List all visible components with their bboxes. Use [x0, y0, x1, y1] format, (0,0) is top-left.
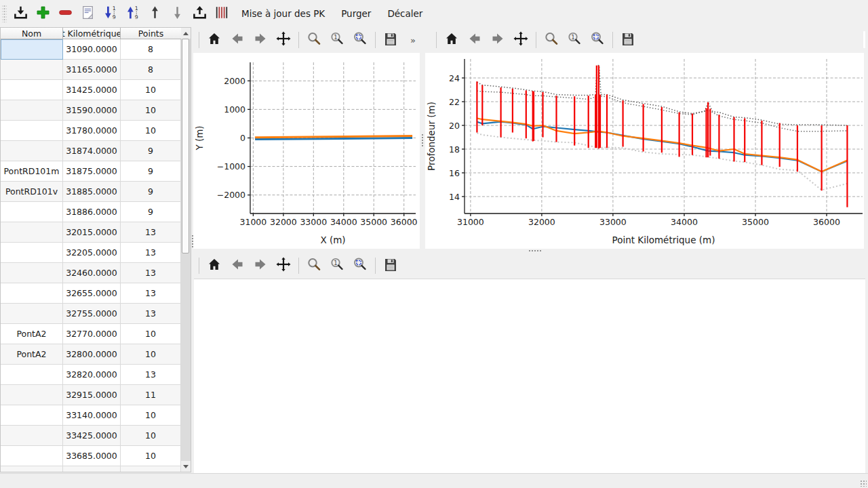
cell-nom[interactable] [1, 39, 63, 60]
cell-pk[interactable]: 31090.0000 [63, 39, 121, 60]
cell-points[interactable]: 8 [121, 60, 181, 80]
cell-points[interactable]: 10 [121, 405, 181, 426]
header-points[interactable]: Points [121, 28, 181, 39]
cell-pk[interactable]: 31885.0000 [63, 182, 121, 202]
cell-pk[interactable]: 33425.0000 [63, 426, 121, 446]
cell-pk[interactable]: 31165.0000 [63, 60, 121, 80]
update-pk-button[interactable]: Mise à jour des PK [234, 3, 332, 24]
scrollbar-thumb[interactable] [182, 39, 189, 253]
sort-ascending-button[interactable]: 19 [122, 3, 143, 24]
move-down-button[interactable] [167, 3, 188, 24]
header-point-kilometrique[interactable]: t Kilométrique [63, 28, 121, 39]
add-row-button[interactable] [33, 3, 54, 24]
cell-nom[interactable] [1, 283, 63, 304]
cell-points[interactable]: 8 [121, 39, 181, 60]
nav-save-button[interactable] [380, 256, 401, 276]
cell-points[interactable]: 10 [121, 446, 181, 466]
cell-points[interactable]: 10 [121, 344, 181, 365]
cell-pk[interactable]: 31590.0000 [63, 100, 121, 121]
cell-nom[interactable]: PontRD101v [1, 182, 63, 202]
cell-pk[interactable]: 31874.0000 [63, 141, 121, 161]
cell-nom[interactable]: PontA2 [1, 324, 63, 344]
cell-nom[interactable] [1, 466, 63, 472]
plots-splitter-handle[interactable] [421, 133, 424, 148]
cell-points[interactable]: 10 [121, 324, 181, 344]
nav-back-button[interactable] [227, 256, 248, 276]
cell-nom[interactable] [1, 141, 63, 161]
cell-nom[interactable] [1, 405, 63, 426]
cell-pk[interactable]: 31886.0000 [63, 202, 121, 222]
resize-grip-icon[interactable] [860, 480, 867, 487]
export-button[interactable] [189, 3, 210, 24]
cell-pk[interactable]: 32755.0000 [63, 304, 121, 324]
cell-pk[interactable]: 32800.0000 [63, 344, 121, 365]
cell-nom[interactable] [1, 222, 63, 243]
cell-pk[interactable]: 31875.0000 [63, 161, 121, 182]
cell-points[interactable]: 13 [121, 263, 181, 283]
cell-points[interactable]: 9 [121, 141, 181, 161]
cell-points[interactable]: 10 [121, 121, 181, 141]
cell-pk[interactable]: 33140.0000 [63, 405, 121, 426]
cell-nom[interactable] [1, 60, 63, 80]
nav-zoom-button[interactable] [541, 30, 561, 50]
nav-forward-button[interactable] [250, 30, 271, 50]
cell-points[interactable]: 9 [121, 161, 181, 182]
move-up-button[interactable] [144, 3, 165, 24]
nav-zoomone-button[interactable]: 1 [327, 30, 347, 50]
new-document-button[interactable] [77, 3, 98, 24]
cell-points[interactable]: 10 [121, 80, 181, 100]
cell-points[interactable]: 9 [121, 202, 181, 222]
cell-points[interactable]: 13 [121, 283, 181, 304]
cell-nom[interactable] [1, 202, 63, 222]
nav-zoomone-button[interactable]: 1 [327, 256, 347, 276]
cell-pk[interactable]: 31780.0000 [63, 121, 121, 141]
cell-points[interactable]: 13 [121, 365, 181, 385]
cell-points[interactable]: 9 [121, 182, 181, 202]
cell-pk[interactable]: 32015.0000 [63, 222, 121, 243]
cell-nom[interactable] [1, 243, 63, 263]
toolbar-overflow-chevron[interactable]: » [408, 35, 418, 45]
purge-button[interactable]: Purger [334, 3, 378, 24]
cell-points[interactable]: 10 [121, 426, 181, 446]
table-scrollbar[interactable] [181, 28, 191, 472]
cell-pk[interactable]: 31425.0000 [63, 80, 121, 100]
cell-nom[interactable] [1, 121, 63, 141]
cell-pk[interactable]: 33685.0000 [63, 446, 121, 466]
depth-profile-canvas[interactable]: 3100032000330003400035000360001416182022… [425, 53, 864, 249]
nav-forward-button[interactable] [488, 30, 508, 50]
cell-pk[interactable]: 32655.0000 [63, 283, 121, 304]
cell-pk[interactable]: 32915.0000 [63, 385, 121, 405]
cell-points[interactable]: 13 [121, 304, 181, 324]
nav-zoomrect-button[interactable] [350, 30, 370, 50]
import-button[interactable] [10, 3, 31, 24]
horizontal-splitter-handle[interactable] [528, 249, 542, 252]
nav-zoomone-button[interactable]: 1 [564, 30, 585, 50]
cell-nom[interactable]: PontRD101m [1, 161, 63, 182]
sort-descending-button[interactable]: 19 [100, 3, 121, 24]
cell-nom[interactable] [1, 365, 63, 385]
cell-pk[interactable] [63, 466, 121, 472]
nav-pan-button[interactable] [511, 30, 531, 50]
shift-button[interactable]: Décaler [380, 3, 430, 24]
cell-points[interactable]: 13 [121, 222, 181, 243]
cell-pk[interactable]: 32770.0000 [63, 324, 121, 344]
cell-points[interactable]: 13 [121, 243, 181, 263]
xy-plot-canvas[interactable]: 310003200033000340003500036000−2000−1000… [193, 53, 420, 249]
scroll-down-button[interactable] [181, 461, 191, 472]
toolbar-extension-handle[interactable] [863, 31, 865, 48]
toolbar-drag-handle[interactable] [2, 5, 7, 22]
cell-pk[interactable]: 32205.0000 [63, 243, 121, 263]
cell-nom[interactable] [1, 263, 63, 283]
cell-pk[interactable]: 32460.0000 [63, 263, 121, 283]
nav-zoom-button[interactable] [304, 256, 324, 276]
cross-section-canvas[interactable] [194, 279, 865, 473]
nav-back-button[interactable] [465, 30, 485, 50]
nav-pan-button[interactable] [273, 256, 294, 276]
cell-nom[interactable] [1, 304, 63, 324]
nav-zoomrect-button[interactable] [350, 256, 370, 276]
cell-nom[interactable] [1, 426, 63, 446]
cell-points[interactable] [121, 466, 181, 472]
cell-pk[interactable]: 32820.0000 [63, 365, 121, 385]
nav-forward-button[interactable] [250, 256, 271, 276]
nav-home-button[interactable] [204, 256, 224, 276]
